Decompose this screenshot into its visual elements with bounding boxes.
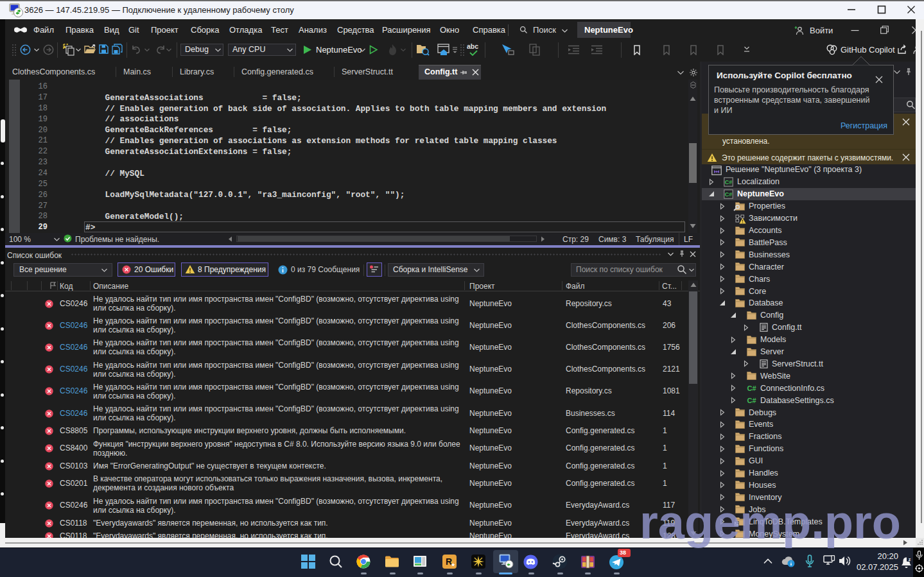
svg-text:z: z <box>909 557 911 562</box>
svg-text:C#: C# <box>747 397 756 404</box>
svg-text:C#: C# <box>725 179 733 185</box>
svg-text:R: R <box>446 556 452 567</box>
svg-text:C#: C# <box>747 384 756 392</box>
svg-text:C#: C# <box>725 191 733 198</box>
